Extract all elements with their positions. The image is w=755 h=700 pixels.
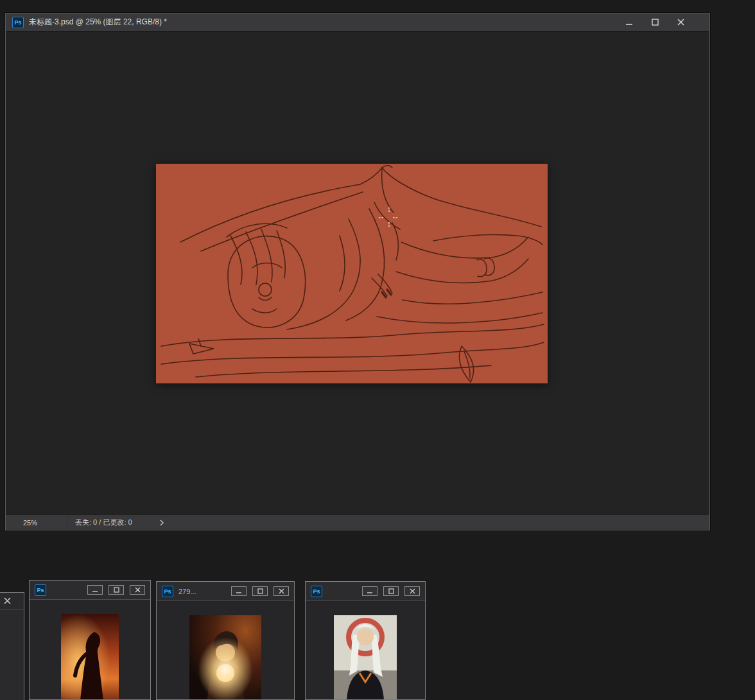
document-canvas[interactable]: [156, 164, 548, 383]
status-bar: 25% 丢失: 0 / 已更改: 0: [6, 514, 709, 530]
floating-window-1-body: [30, 600, 150, 699]
document-thumbnail-child-lantern[interactable]: [189, 615, 261, 699]
floating-window-2-title: 279...: [178, 588, 196, 595]
crosshair-cursor: [379, 207, 399, 228]
photoshop-app-icon: Ps: [35, 584, 46, 596]
photoshop-app-icon: Ps: [12, 17, 24, 28]
maximize-icon[interactable]: [383, 586, 399, 596]
close-icon[interactable]: [672, 16, 689, 29]
floating-window-3-body: [306, 601, 425, 699]
close-icon[interactable]: [130, 585, 145, 595]
sketch-artwork: [156, 164, 548, 383]
canvas-area[interactable]: [6, 31, 709, 514]
zoom-level-field[interactable]: 25%: [6, 515, 67, 530]
partial-floating-window: [0, 592, 24, 700]
minimize-icon[interactable]: [362, 586, 378, 596]
maximize-icon[interactable]: [647, 16, 663, 29]
close-icon[interactable]: [404, 586, 420, 596]
desktop: Ps 未标题-3.psd @ 25% (图层 22, RGB/8) *: [0, 0, 755, 700]
floating-window-3: Ps: [305, 581, 426, 700]
window-controls: [87, 585, 145, 595]
status-info: 丢失: 0 / 已更改: 0: [75, 518, 132, 527]
floating-window-1-titlebar[interactable]: Ps: [30, 581, 150, 600]
document-thumbnail-fire-silhouette[interactable]: [61, 614, 119, 699]
window-controls: [621, 16, 703, 29]
zoom-level: 25%: [23, 519, 37, 527]
floating-window-3-titlebar[interactable]: Ps: [306, 582, 425, 601]
window-title: 未标题-3.psd @ 25% (图层 22, RGB/8) *: [29, 17, 167, 28]
document-thumbnail-white-hair-character[interactable]: [334, 615, 397, 699]
minimize-icon[interactable]: [87, 585, 103, 595]
status-info-cell: 丢失: 0 / 已更改: 0: [67, 518, 132, 527]
close-icon[interactable]: [4, 597, 11, 604]
floating-window-2-titlebar[interactable]: Ps 279...: [157, 582, 294, 601]
chevron-right-icon[interactable]: [159, 520, 164, 526]
window-controls: [362, 586, 420, 596]
floating-window-2: Ps 279...: [156, 581, 295, 700]
photoshop-app-icon: Ps: [311, 586, 322, 597]
photoshop-app-icon: Ps: [162, 586, 173, 597]
floating-window-1: Ps: [29, 580, 151, 700]
maximize-icon[interactable]: [252, 586, 268, 596]
photoshop-main-window: Ps 未标题-3.psd @ 25% (图层 22, RGB/8) *: [5, 13, 710, 530]
floating-window-2-body: [157, 601, 294, 699]
close-icon[interactable]: [273, 586, 289, 596]
window-controls: [231, 586, 289, 596]
minimize-icon[interactable]: [621, 16, 638, 29]
minimize-icon[interactable]: [231, 586, 247, 596]
maximize-icon[interactable]: [108, 585, 124, 595]
main-titlebar[interactable]: Ps 未标题-3.psd @ 25% (图层 22, RGB/8) *: [6, 13, 709, 31]
partial-window-titlebar[interactable]: [0, 593, 24, 609]
